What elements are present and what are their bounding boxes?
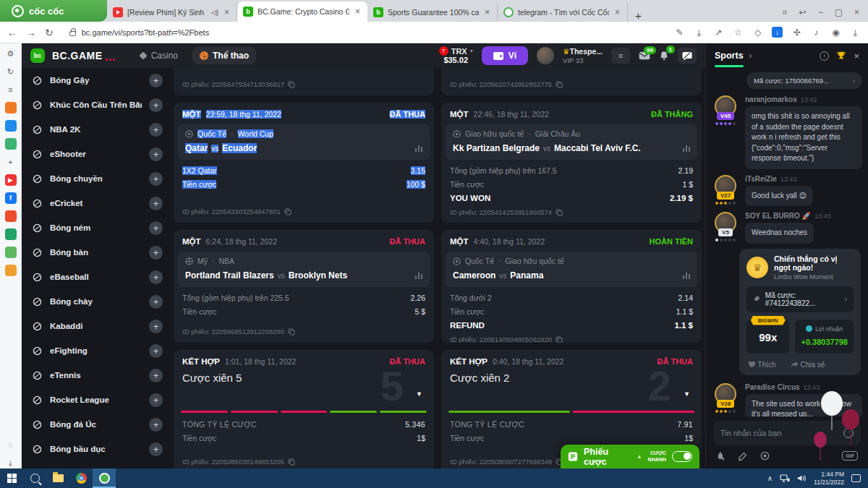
- bet-card-partizan-maccabi[interactable]: MỘT 22:46, 18 thg 11, 2022 ĐÃ THẮNG Giao…: [441, 103, 702, 223]
- copy-icon[interactable]: [288, 458, 295, 466]
- sidebar-sport-item[interactable]: eTennis +: [22, 363, 170, 388]
- bcgame-logo[interactable]: bc: [30, 48, 45, 63]
- bcgame-logo-text[interactable]: BC.GAME: [52, 50, 103, 61]
- bet-card-qatar-ecuador[interactable]: MỘT 23:59, 18 thg 11, 2022 ĐÃ THUA Quốc …: [174, 103, 434, 223]
- match-block[interactable]: Mỹ · NBA Portland Trail Blazers vs Brook…: [178, 252, 430, 287]
- chrome-button[interactable]: [69, 468, 93, 488]
- wallet-button[interactable]: Ví: [482, 46, 528, 65]
- add-shortcut-icon[interactable]: +: [5, 156, 17, 168]
- nav-casino[interactable]: Casino: [132, 47, 185, 64]
- expand-sport-button[interactable]: +: [149, 393, 163, 407]
- expand-sport-button[interactable]: +: [149, 172, 163, 186]
- browser-brand[interactable]: cốc cốc: [0, 0, 107, 22]
- expand-sport-button[interactable]: +: [149, 270, 163, 284]
- taskbar-search-button[interactable]: [23, 468, 46, 488]
- youtube-shortcut-icon[interactable]: ▶: [5, 174, 17, 186]
- pinned-bet-code[interactable]: Mã cược: 1750086769... ›: [746, 72, 862, 89]
- chat-rules-icon[interactable]: !: [820, 51, 829, 61]
- win-bet-code[interactable]: Mã cược: #7412243822... ›: [746, 286, 854, 312]
- history-icon[interactable]: ↻: [5, 66, 17, 77]
- bet-list-icon[interactable]: ≡: [611, 48, 630, 64]
- address-bar[interactable]: bc.game/vi/sports?bt-path=%2Fbets: [62, 25, 665, 40]
- expand-sport-button[interactable]: +: [149, 123, 163, 137]
- profile-icon[interactable]: ◉: [830, 27, 841, 38]
- games-icon[interactable]: [5, 138, 17, 150]
- window-minimize-button[interactable]: −: [818, 7, 823, 17]
- network-icon[interactable]: [780, 474, 790, 482]
- win-share-card[interactable]: ♛ Chiến thắng có vị ngọt ngào! Limbo Wow…: [739, 249, 861, 375]
- bookmark-star-icon[interactable]: ☆: [733, 27, 744, 38]
- stats-icon[interactable]: [683, 273, 690, 279]
- chat-username[interactable]: SOY EL BURRO 🚀13:43: [745, 212, 862, 220]
- start-button[interactable]: [0, 468, 23, 488]
- sidebar-sport-item[interactable]: Kabaddi +: [22, 314, 170, 338]
- settings-icon[interactable]: ⚙: [5, 48, 17, 59]
- chat-room-tab[interactable]: Sports: [715, 51, 744, 61]
- match-block[interactable]: Quốc Tế · Giao hữu quốc tế Cameroon vs P…: [446, 252, 697, 287]
- sidebar-sport-item[interactable]: eCricket +: [22, 191, 170, 215]
- expand-sport-button[interactable]: +: [149, 320, 163, 333]
- stats-icon[interactable]: [415, 273, 422, 279]
- adblock-shield-icon[interactable]: ◇: [752, 27, 763, 38]
- copy-icon[interactable]: [556, 81, 563, 88]
- quick-bet-toggle[interactable]: [672, 451, 692, 462]
- action-center-icon[interactable]: [851, 474, 861, 482]
- shopee-shortcut-icon[interactable]: [5, 210, 17, 222]
- chat-username[interactable]: iTsReiZie13:43: [745, 175, 862, 183]
- sidebar-sport-item[interactable]: Bóng bầu dục +: [22, 437, 170, 461]
- url-text[interactable]: bc.game/vi/sports?bt-path=%2Fbets: [82, 28, 209, 37]
- user-avatar[interactable]: [537, 47, 554, 64]
- tab-youtube[interactable]: [Review Phim] Ký Sinh Tr... ◁) ×: [107, 3, 237, 22]
- tab-history-icon[interactable]: ↩: [799, 7, 807, 17]
- sidebar-sport-item[interactable]: Bóng Gậy +: [22, 68, 170, 93]
- expand-sport-button[interactable]: +: [149, 295, 163, 309]
- store-shortcut-icon[interactable]: [5, 247, 17, 258]
- copy-icon[interactable]: [284, 208, 292, 215]
- coin-tip-icon[interactable]: [760, 451, 770, 461]
- coccoc-browser-button[interactable]: [93, 468, 116, 488]
- copy-icon[interactable]: [288, 328, 295, 335]
- stats-icon[interactable]: [415, 145, 422, 152]
- save-page-icon[interactable]: ⤓: [694, 27, 705, 38]
- emoji-picker-icon[interactable]: [843, 428, 854, 438]
- edit-link-icon[interactable]: ✎: [674, 27, 685, 38]
- match-block[interactable]: Giao hữu quốc tế · Giải Châu Âu Kk Parti…: [446, 124, 697, 160]
- sidebar-sport-item[interactable]: Khúc Côn Cầu Trên Băng +: [22, 93, 170, 117]
- sidebar-sport-item[interactable]: eFighting +: [22, 338, 170, 363]
- expand-sport-button[interactable]: +: [149, 418, 163, 432]
- download-extension-icon[interactable]: ↓: [772, 27, 783, 38]
- match-block[interactable]: Quốc Tế · World Cup Qatar vs Ecuador: [178, 124, 430, 160]
- bet-card-combo-5[interactable]: KẾT HỢP 1:01, 18 thg 11, 2022 ĐÃ THUA Cư…: [174, 350, 434, 468]
- downloads-tray-icon[interactable]: ⤓: [850, 27, 861, 38]
- like-button[interactable]: Thích: [748, 361, 776, 369]
- share-button[interactable]: Chia sẻ: [791, 361, 825, 369]
- window-close-button[interactable]: ×: [854, 7, 859, 17]
- tab-bcgame-active[interactable]: b BC.Game: Crypto Casino Gam ×: [237, 1, 367, 22]
- sidebar-sport-item[interactable]: Bóng chuyền +: [22, 166, 170, 191]
- betslip-bar[interactable]: Phiếu cược ▲ CƯỢC NHANH: [561, 445, 699, 468]
- currency-selector[interactable]: T TRX ▾ $35.02: [439, 46, 473, 64]
- cart-shortcut-icon[interactable]: [5, 265, 17, 276]
- expand-sport-button[interactable]: +: [149, 246, 163, 260]
- reading-list-icon[interactable]: ≡: [5, 84, 17, 95]
- share-icon[interactable]: ↗: [713, 27, 724, 38]
- bet-card-partial[interactable]: ID phiếu: 2205620742862952775: [441, 68, 702, 95]
- expand-sport-button[interactable]: +: [149, 98, 163, 112]
- sidebar-sport-item[interactable]: eShooter +: [22, 142, 170, 166]
- expand-sport-button[interactable]: +: [149, 344, 163, 358]
- expand-sport-button[interactable]: +: [149, 197, 163, 210]
- close-chat-icon[interactable]: ×: [854, 51, 859, 61]
- tray-expand-icon[interactable]: ∧: [767, 474, 773, 482]
- file-explorer-button[interactable]: [46, 468, 69, 488]
- expand-sport-button[interactable]: +: [149, 221, 163, 235]
- sidebar-sport-item[interactable]: Rocket League +: [22, 388, 170, 412]
- download-manager-icon[interactable]: ⤓: [5, 457, 17, 468]
- messenger-icon[interactable]: [5, 120, 17, 132]
- chat-rules-pen-icon[interactable]: [738, 452, 747, 461]
- expand-sport-button[interactable]: +: [149, 442, 163, 456]
- chat-username[interactable]: Paradise Circus13:43: [745, 383, 862, 391]
- taskbar-clock[interactable]: 1:44 PM 11/21/2022: [814, 471, 844, 486]
- tab-search-icon[interactable]: ⌗: [783, 7, 788, 17]
- lock-icon[interactable]: [69, 31, 76, 36]
- window-maximize-button[interactable]: ▢: [835, 7, 843, 17]
